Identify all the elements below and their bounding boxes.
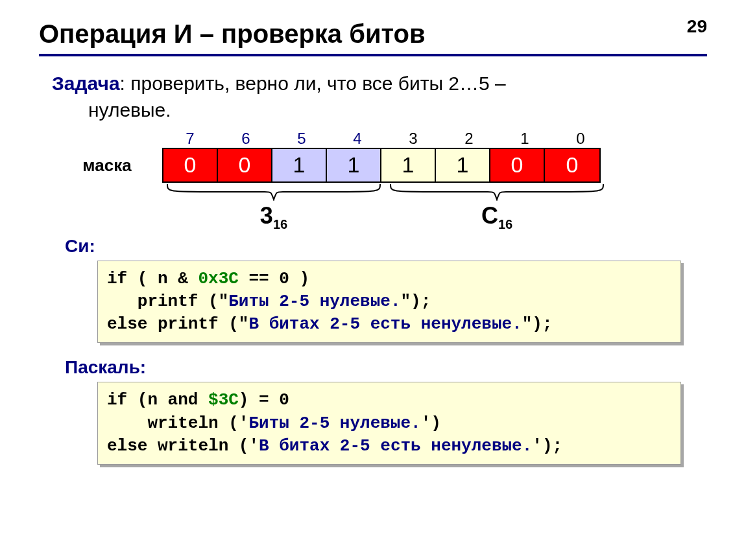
- task-text: Задача: проверить, верно ли, что все бит…: [52, 71, 707, 123]
- bit-index: 3: [385, 130, 441, 148]
- code-pascal: if (n and $3C) = 0 writeln ('Биты 2-5 ну…: [97, 382, 681, 464]
- lang-c-label: Си:: [65, 236, 707, 257]
- hex-left-sub: 16: [273, 217, 287, 231]
- mask-label: маска: [52, 156, 162, 176]
- page-number: 29: [687, 16, 707, 37]
- slide-title: Операция И – проверка битов: [39, 19, 707, 49]
- bit-index: 7: [162, 130, 218, 148]
- code-text: writeln (': [107, 414, 248, 433]
- code-hex: $3C: [208, 390, 239, 410]
- bit-cell: 0: [163, 149, 218, 181]
- bit-cell: 1: [436, 149, 490, 181]
- task-header: Задача: [52, 73, 120, 94]
- code-string: В битах 2-5 есть ненулевые.: [248, 314, 522, 334]
- slide: 29 Операция И – проверка битов Задача: п…: [0, 0, 746, 560]
- hex-right-sub: 16: [498, 217, 512, 231]
- code-hex: 0x3C: [198, 269, 238, 288]
- bit-index-row: 7 6 5 4 3 2 1 0: [162, 130, 707, 148]
- code-string: Биты 2-5 нулевые.: [228, 292, 400, 311]
- brace-icon: [162, 183, 385, 201]
- bit-value-row: маска 0 0 1 1 1 1 0 0: [52, 148, 707, 183]
- bit-cell: 0: [218, 149, 272, 181]
- title-rule: [39, 54, 707, 56]
- bit-cell: 0: [545, 149, 599, 181]
- bit-index: 4: [330, 130, 385, 148]
- code-string: Биты 2-5 нулевые.: [248, 414, 420, 433]
- code-text: ');: [532, 436, 562, 456]
- task-line1: : проверить, верно ли, что все биты 2…5 …: [120, 73, 506, 94]
- code-text: ) = 0: [239, 390, 300, 410]
- hex-left: 316: [162, 202, 385, 232]
- code-text: if ( n &: [107, 269, 198, 288]
- bit-cell: 1: [327, 149, 381, 181]
- code-text: ");: [400, 292, 431, 311]
- code-text: '): [421, 414, 441, 433]
- bit-diagram: 7 6 5 4 3 2 1 0 маска 0 0 1 1 1 1 0 0: [52, 130, 707, 232]
- code-text: ");: [522, 314, 553, 334]
- bit-cell: 1: [272, 149, 327, 181]
- code-text: else writeln (': [107, 436, 259, 456]
- code-c: if ( n & 0x3C == 0 ) printf ("Биты 2-5 н…: [97, 261, 681, 343]
- code-text: if (n and: [107, 390, 208, 410]
- lang-pascal-label: Паскаль:: [65, 357, 707, 378]
- code-text: printf (": [107, 292, 228, 311]
- task-line2: нулевые.: [88, 97, 707, 124]
- bit-index: 0: [553, 130, 608, 148]
- brace-row: [162, 183, 707, 201]
- hex-left-base: 3: [260, 202, 273, 229]
- code-text: == 0 ): [239, 269, 309, 288]
- bit-index: 6: [218, 130, 274, 148]
- bit-cells: 0 0 1 1 1 1 0 0: [162, 148, 601, 183]
- code-string: В битах 2-5 есть ненулевые.: [259, 436, 532, 456]
- bit-index: 5: [274, 130, 330, 148]
- hex-row: 316 C16: [162, 202, 707, 232]
- bit-cell: 1: [381, 149, 436, 181]
- hex-right-base: C: [481, 202, 498, 229]
- bit-index: 1: [497, 130, 553, 148]
- hex-right: C16: [385, 202, 608, 232]
- code-text: else printf (": [107, 314, 248, 334]
- bit-cell: 0: [490, 149, 545, 181]
- bit-index: 2: [441, 130, 497, 148]
- brace-icon: [385, 183, 608, 201]
